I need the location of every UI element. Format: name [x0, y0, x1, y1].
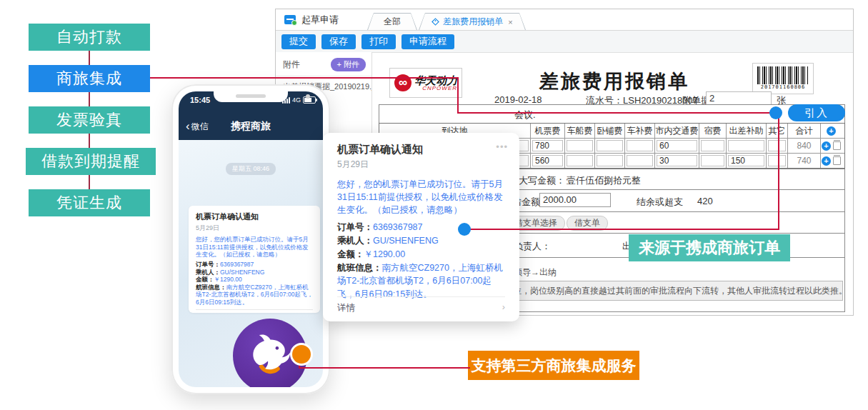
speaker-icon	[236, 94, 266, 98]
form-title: 差旅费用报销单	[500, 69, 729, 94]
order-label: 订单号：	[337, 222, 373, 232]
popup-date: 5月29日	[337, 159, 505, 171]
order-label: 订单号：	[196, 261, 220, 268]
plus-icon[interactable]: +	[827, 126, 836, 136]
delete-row-icon[interactable]	[833, 141, 841, 150]
connector-dot	[458, 223, 471, 236]
cell-input[interactable]	[597, 155, 623, 166]
amount-value: ￥1290.00	[364, 249, 406, 259]
third-party-badge: 支持第三方商旅集成服务	[468, 351, 639, 380]
cell-input[interactable]: 780	[532, 140, 563, 151]
col-airfare: 机票费	[531, 124, 565, 138]
cell-input[interactable]: 560	[532, 155, 563, 166]
back-button[interactable]: ‹微信	[186, 121, 209, 133]
tab-expense-form[interactable]: 差旅费用报销单 ×	[419, 13, 526, 30]
popup-title: 机票订单确认通知	[337, 143, 505, 156]
form-date: 2019-02-18	[494, 94, 542, 105]
feature-auto-payment: 自动打款	[29, 24, 150, 51]
add-row-icon[interactable]: +	[822, 141, 831, 151]
logo-subtitle: CNPOWER	[422, 86, 457, 91]
cell-input[interactable]: 30	[657, 155, 697, 166]
connector-line	[457, 77, 459, 113]
tab-expense-label: 差旅费用报销单	[443, 16, 503, 28]
dolphin-icon	[243, 329, 297, 383]
col-total: 合计	[788, 124, 821, 138]
print-button[interactable]: 打印	[361, 34, 396, 49]
more-menu-icon[interactable]: •••	[496, 141, 508, 152]
balance-label: 结余或超支	[637, 196, 683, 209]
connector-line	[457, 112, 770, 114]
row-total: 740	[797, 156, 811, 166]
submit-button[interactable]: 提交	[281, 34, 316, 49]
cell-input[interactable]: 60	[657, 140, 697, 151]
tab-close-icon[interactable]: ×	[508, 18, 512, 26]
connector-line	[150, 77, 457, 79]
connector-dot	[769, 106, 782, 119]
import-button[interactable]: 引入	[788, 104, 845, 121]
col-car-allowance: 车补费	[625, 124, 655, 138]
status-time: 15:45	[190, 96, 210, 104]
col-other: 其它	[767, 124, 788, 138]
feature-loan-reminder: 借款到期提醒	[26, 148, 156, 175]
cell-input[interactable]	[701, 140, 724, 151]
add-attachment-button[interactable]: + 附件	[331, 58, 366, 71]
cell-input[interactable]	[567, 140, 593, 151]
amount-label: 金额：	[337, 249, 364, 259]
order-value: 6369367987	[373, 222, 423, 232]
back-label: 微信	[191, 121, 209, 133]
connector-line	[299, 367, 470, 369]
message-date: 5月29日	[196, 224, 313, 233]
save-button[interactable]: 保存	[321, 34, 356, 49]
page-canvas: 自动打款 商旅集成 发票验真 借款到期提醒 凭证生成 起草申请 全部 差旅费用报…	[0, 0, 868, 410]
add-row-header[interactable]: +	[821, 124, 842, 138]
col-sleeper: 卧铺费	[595, 124, 625, 138]
network-label: 4G	[292, 96, 301, 104]
feature-travel-integration: 商旅集成	[29, 65, 150, 92]
draft-app-icon	[284, 15, 296, 24]
amount-value: ￥1290.00	[214, 276, 242, 283]
cell-input[interactable]: 150	[728, 155, 764, 166]
message-body: 您好，您的机票订单已成功订位。请于5月31日15:11前提供授权，以免机位或价格…	[196, 236, 313, 259]
phone-message-card[interactable]: 机票订单确认通知 5月29日 您好，您的机票订单已成功订位。请于5月31日15:…	[189, 206, 320, 313]
feature-voucher-gen: 凭证生成	[29, 189, 150, 216]
app-title: 起草申请	[301, 9, 339, 30]
chevron-left-icon: ‹	[186, 122, 190, 131]
cell-input[interactable]	[701, 155, 724, 166]
feature-invoice-verify: 发票验真	[29, 106, 150, 134]
toolbar: 提交 保存 打印 申请流程	[276, 31, 853, 53]
col-city-transport: 市内交通费	[655, 124, 699, 138]
cell-input[interactable]	[728, 140, 764, 151]
delete-row-icon[interactable]	[833, 156, 841, 165]
phone-notch	[214, 91, 288, 102]
cell-input[interactable]	[567, 155, 593, 166]
feature-connector	[89, 134, 90, 148]
barcode: 201701160806	[752, 63, 814, 94]
flow-button[interactable]: 申请流程	[401, 34, 454, 49]
browser-header: 起草申请 全部 差旅费用报销单 ×	[276, 9, 853, 31]
feature-connector	[89, 51, 90, 65]
row-total: 840	[797, 141, 811, 151]
chevron-right-icon: ›	[502, 302, 505, 314]
message-detail-link[interactable]: 详情	[196, 309, 313, 313]
camera-icon	[306, 94, 310, 99]
cell-input[interactable]	[627, 140, 653, 151]
note-text: 位，岗位级别高的直接越过其前面的审批流程向下流转，其他人审批流转过程以此类推。	[513, 285, 847, 297]
cell-input[interactable]	[768, 140, 786, 151]
popup-detail-link[interactable]: 详情 ›	[337, 296, 505, 314]
tab-all-label: 全部	[384, 16, 401, 28]
barcode-number: 201701160806	[761, 84, 806, 90]
detail-label: 详情	[337, 302, 355, 314]
reason-text: 会议.	[514, 109, 536, 121]
borrow-input[interactable]: 2000.00	[539, 193, 611, 207]
cell-input[interactable]	[768, 155, 786, 166]
tab-all[interactable]: 全部	[367, 13, 417, 30]
connector-line	[468, 229, 779, 230]
order-value: 6369367987	[220, 261, 254, 268]
source-badge: 来源于携成商旅订单	[629, 234, 790, 261]
cell-input[interactable]	[627, 155, 653, 166]
cell-input[interactable]	[597, 140, 623, 151]
company-logo: ∞ 华天动力 CNPOWER	[389, 68, 462, 98]
add-row-icon[interactable]: +	[822, 156, 831, 166]
passenger-value: GU/SHENFENG	[373, 236, 439, 246]
feature-connector	[89, 175, 90, 189]
